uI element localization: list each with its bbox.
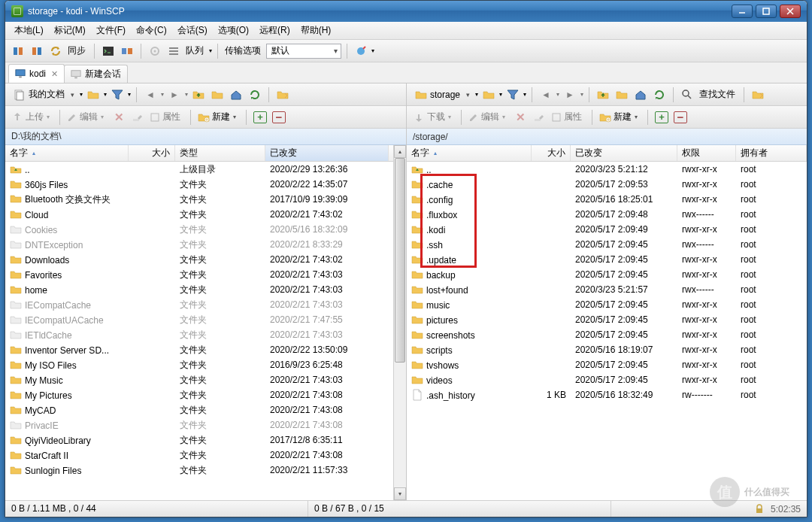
list-row[interactable]: tvshows2020/5/17 2:09:45rwxr-xr-xroot: [407, 357, 807, 372]
list-row[interactable]: .config2020/5/16 18:25:01rwxr-xr-xroot: [407, 192, 807, 207]
home-icon-r[interactable]: [632, 86, 649, 103]
refresh-icon[interactable]: [247, 86, 263, 103]
local-scrollbar[interactable]: ▴ ▾: [393, 145, 406, 500]
list-row[interactable]: My Pictures文件夹2020/2/21 7:43:08: [5, 387, 393, 402]
sync-right-icon[interactable]: [29, 43, 45, 59]
sync-label[interactable]: 同步: [66, 44, 89, 57]
list-row[interactable]: My ISO Files文件夹2016/9/23 6:25:48: [5, 357, 393, 372]
console-icon[interactable]: [100, 43, 117, 59]
props-button-r[interactable]: 属性: [550, 111, 586, 123]
list-row[interactable]: Downloads文件夹2020/2/21 7:43:02: [5, 252, 393, 267]
list-row[interactable]: Favorites文件夹2020/2/21 7:43:03: [5, 267, 393, 282]
root-dir-icon[interactable]: [209, 86, 226, 103]
list-row[interactable]: home文件夹2020/2/21 7:43:03: [5, 282, 393, 297]
tab-new-session[interactable]: 新建会话: [64, 65, 128, 83]
rename-icon-l[interactable]: [129, 109, 146, 126]
expand-icon-l[interactable]: +: [252, 109, 268, 126]
rename-icon-r[interactable]: [531, 109, 547, 126]
col-size-l[interactable]: 大小: [129, 145, 175, 161]
transfer-preset-combo[interactable]: 默认: [266, 44, 341, 59]
bookmark-icon-r[interactable]: [750, 86, 766, 103]
list-row[interactable]: pictures2020/5/17 2:09:45rwxr-xr-xroot: [407, 312, 807, 327]
parent-dir-icon-r[interactable]: [595, 86, 611, 103]
compare-icon[interactable]: [119, 43, 135, 59]
list-row[interactable]: .update2020/5/17 2:09:45rwxr-xr-xroot: [407, 252, 807, 267]
list-row[interactable]: .cache2020/5/17 2:09:53rwxr-xr-xroot: [407, 177, 807, 192]
local-dir-combo[interactable]: 我的文档: [10, 86, 77, 103]
list-row[interactable]: music2020/5/17 2:09:45rwxr-xr-xroot: [407, 297, 807, 312]
open-folder-icon[interactable]: [85, 86, 102, 103]
list-row[interactable]: .fluxbox2020/5/17 2:09:48rwx------root: [407, 207, 807, 222]
settings-icon[interactable]: [147, 43, 163, 59]
menu-mark[interactable]: 标记(M): [50, 23, 90, 38]
parent-dir-icon[interactable]: [190, 86, 207, 103]
list-row[interactable]: Cookies文件夹2020/5/16 18:32:09: [5, 222, 393, 237]
remote-pathbar[interactable]: /storage/: [407, 129, 807, 145]
list-row[interactable]: .ssh2020/5/17 2:09:45rwx------root: [407, 237, 807, 252]
list-row[interactable]: Sunlogin Files文件夹2020/2/21 11:57:33: [5, 463, 393, 478]
filter-icon-r[interactable]: [504, 86, 521, 103]
list-row[interactable]: Inventor Server SD...文件夹2020/2/22 13:50:…: [5, 342, 393, 357]
list-row[interactable]: Bluetooth 交换文件夹文件夹2017/10/9 19:39:09: [5, 192, 393, 207]
edit-button-l[interactable]: 编辑▾: [65, 111, 108, 123]
tab-close-icon[interactable]: ✕: [51, 69, 58, 79]
list-row[interactable]: StarCraft II文件夹2020/2/21 7:43:08: [5, 448, 393, 463]
list-row[interactable]: Cloud文件夹2020/2/21 7:43:02: [5, 207, 393, 222]
expand-icon-r[interactable]: +: [653, 109, 670, 126]
list-row[interactable]: ..2020/3/23 5:21:12rwxr-xr-xroot: [407, 162, 807, 177]
col-rights-r[interactable]: 权限: [677, 145, 736, 161]
find-icon[interactable]: [679, 86, 695, 103]
list-row[interactable]: My Music文件夹2020/2/21 7:43:03: [5, 372, 393, 387]
download-button[interactable]: 下载▾: [411, 111, 456, 123]
collapse-icon-r[interactable]: −: [672, 109, 689, 126]
edit-button-r[interactable]: 编辑▾: [467, 111, 510, 123]
forward-icon-r[interactable]: ►: [562, 86, 578, 103]
list-row[interactable]: screenshots2020/5/17 2:09:45rwxr-xr-xroo…: [407, 327, 807, 342]
list-row[interactable]: 360js Files文件夹2020/2/22 14:35:07: [5, 177, 393, 192]
sync-left-icon[interactable]: [10, 43, 26, 59]
maximize-button[interactable]: [756, 5, 777, 18]
back-icon-r[interactable]: ◄: [538, 86, 554, 103]
list-row[interactable]: IETldCache文件夹2020/2/21 7:43:03: [5, 327, 393, 342]
list-row[interactable]: IECompatCache文件夹2020/2/21 7:43:03: [5, 297, 393, 312]
scroll-up-l[interactable]: ▴: [394, 145, 406, 158]
col-type-l[interactable]: 类型: [175, 145, 265, 161]
tab-kodi[interactable]: kodi ✕: [8, 64, 65, 83]
props-button-l[interactable]: 属性: [148, 111, 185, 123]
menu-file[interactable]: 文件(F): [92, 23, 130, 38]
minimize-button[interactable]: [732, 5, 753, 18]
queue-label[interactable]: 队列: [184, 44, 207, 57]
list-row[interactable]: DNTException文件夹2020/2/21 8:33:29: [5, 237, 393, 252]
col-name-r[interactable]: 名字: [407, 145, 532, 161]
filter-icon[interactable]: [109, 86, 126, 103]
col-changed-r[interactable]: 已改变: [571, 145, 677, 161]
delete-icon-l[interactable]: ✕: [111, 109, 127, 126]
root-dir-icon-r[interactable]: [614, 86, 630, 103]
collapse-icon-l[interactable]: −: [271, 109, 287, 126]
list-row[interactable]: QiyiVideoLibrary文件夹2017/12/8 6:35:11: [5, 432, 393, 448]
menu-command[interactable]: 命令(C): [132, 23, 171, 38]
new-button-r[interactable]: 新建▾: [598, 111, 642, 123]
list-row[interactable]: scripts2020/5/16 18:19:07rwxr-xr-xroot: [407, 342, 807, 357]
list-row[interactable]: lost+found2020/3/23 5:21:57rwx------root: [407, 282, 807, 297]
scroll-down-l[interactable]: ▾: [394, 487, 406, 500]
find-label[interactable]: 查找文件: [698, 88, 738, 101]
menu-help[interactable]: 帮助(H): [296, 23, 336, 38]
forward-icon[interactable]: ►: [166, 86, 183, 103]
col-size-r[interactable]: 大小: [532, 145, 571, 161]
menu-local[interactable]: 本地(L): [10, 23, 48, 38]
bookmark-icon[interactable]: [274, 86, 291, 103]
local-pathbar[interactable]: D:\我的文档\: [5, 129, 406, 145]
disconnect-icon[interactable]: [353, 43, 369, 59]
remote-dir-combo[interactable]: storage: [411, 86, 473, 103]
queue-icon[interactable]: [165, 43, 182, 59]
menu-session[interactable]: 会话(S): [173, 23, 212, 38]
delete-icon-r[interactable]: ✕: [512, 109, 529, 126]
list-row[interactable]: videos2020/5/17 2:09:45rwxr-xr-xroot: [407, 372, 807, 387]
sync-icon[interactable]: [47, 43, 64, 59]
menu-options[interactable]: 选项(O): [214, 23, 253, 38]
list-row[interactable]: .kodi2020/5/17 2:09:49rwxr-xr-xroot: [407, 222, 807, 237]
list-row[interactable]: ..上级目录2020/2/29 13:26:36: [5, 162, 393, 177]
open-folder-icon-r[interactable]: [480, 86, 497, 103]
col-owner-r[interactable]: 拥有者: [736, 145, 807, 161]
